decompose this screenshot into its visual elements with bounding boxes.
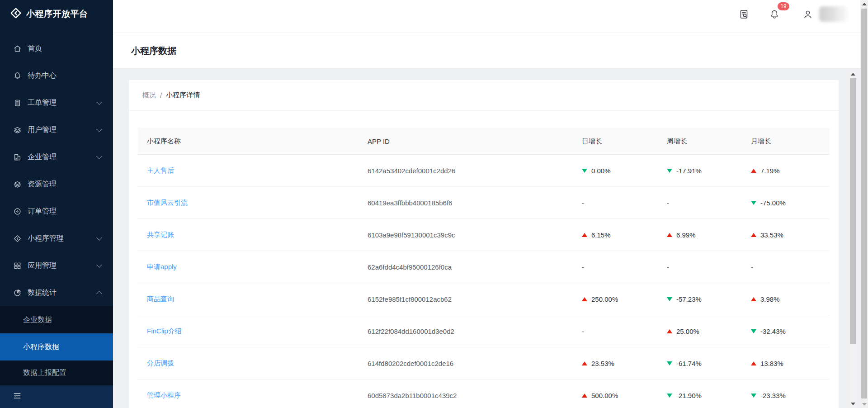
- app-id-cell: 614fd80202cdef0001c2de16: [359, 360, 573, 367]
- miniapp-name-cell: 共享记账: [138, 231, 359, 239]
- day-growth-cell: -: [573, 199, 658, 207]
- week-growth-cell: 6.99%: [658, 231, 742, 239]
- sidebar-item[interactable]: 企业管理: [0, 143, 113, 171]
- app-title: 小程序开放平台: [26, 8, 88, 20]
- column-header-app_id: APP ID: [359, 138, 573, 145]
- miniapp-data-table: 小程序名称APP ID日增长周增长月增长 主人售后6142a53402cdef0…: [138, 128, 830, 408]
- growth-value: 33.53%: [760, 231, 783, 239]
- sidebar-item[interactable]: 待办中心: [0, 62, 113, 89]
- miniapp-name-link[interactable]: 管理小程序: [147, 391, 181, 399]
- miniapp-name-link[interactable]: 商品查询: [147, 295, 174, 303]
- sidebar-item[interactable]: 订单管理: [0, 198, 113, 225]
- table-row: 申请apply62a6fdd4c4bf95000126f0ca---: [138, 251, 830, 283]
- day-growth-cell: 23.53%: [573, 360, 658, 367]
- bell-icon[interactable]: [769, 9, 780, 20]
- breadcrumb: 概况 / 小程序详情: [129, 80, 839, 111]
- scroll-down-arrow-icon[interactable]: [851, 403, 855, 405]
- triangle-down-icon: [667, 361, 672, 365]
- table-row: 商品查询6152fe985f1cf800012acb62250.00%-57.2…: [138, 283, 830, 315]
- month-growth-cell: 13.83%: [742, 360, 830, 367]
- triangle-up-icon: [667, 233, 672, 237]
- column-header-week: 周增长: [658, 137, 742, 146]
- users-layers-icon: [13, 125, 22, 134]
- sidebar-collapse-button[interactable]: [0, 385, 113, 408]
- growth-value: -17.91%: [676, 167, 702, 175]
- content-area: 概况 / 小程序详情 小程序名称APP ID日增长周增长月增长 主人售后6142…: [113, 69, 860, 408]
- month-growth-cell: -: [742, 263, 830, 271]
- orders-icon: [13, 207, 22, 216]
- app-id-cell: 612f22f084dd160001d3e0d2: [359, 327, 573, 335]
- triangle-up-icon: [582, 233, 587, 237]
- user-icon[interactable]: [802, 9, 813, 20]
- page-title: 小程序数据: [131, 45, 176, 57]
- title-bar: 小程序数据: [113, 33, 860, 69]
- sidebar-item-label: 应用管理: [28, 261, 57, 270]
- chevron-down-icon: [96, 235, 102, 241]
- miniapp-name-link[interactable]: 市值风云引流: [147, 199, 188, 206]
- growth-value: 13.83%: [760, 360, 783, 367]
- miniapp-name-link[interactable]: 共享记账: [147, 231, 174, 238]
- miniapp-name-link[interactable]: FinClip介绍: [147, 327, 182, 335]
- growth-value: 3.98%: [760, 295, 780, 303]
- growth-value: 6.99%: [676, 231, 696, 239]
- scroll-up-arrow-icon[interactable]: [851, 73, 855, 76]
- app-logo[interactable]: 小程序开放平台: [0, 0, 88, 28]
- page-scrollbar[interactable]: [860, 0, 868, 408]
- triangle-up-icon: [751, 297, 756, 301]
- column-header-name: 小程序名称: [138, 137, 359, 146]
- miniapp-name-link[interactable]: 分店调拨: [147, 359, 174, 367]
- breadcrumb-current: 小程序详情: [166, 91, 200, 100]
- day-growth-cell: -: [573, 263, 658, 271]
- sidebar-item[interactable]: 工单管理: [0, 89, 113, 116]
- growth-value: 25.00%: [676, 327, 699, 335]
- triangle-down-icon: [667, 169, 672, 173]
- sidebar-nav: 首页待办中心工单管理用户管理企业管理资源管理订单管理小程序管理应用管理数据统计: [0, 35, 113, 306]
- triangle-up-icon: [667, 329, 672, 333]
- triangle-up-icon: [751, 169, 756, 173]
- triangle-down-icon: [751, 394, 756, 398]
- miniapp-name-cell: 分店调拨: [138, 359, 359, 368]
- month-growth-cell: 33.53%: [742, 231, 830, 239]
- app-id-cell: 6103a9e98f59130001c39c9c: [359, 231, 573, 239]
- breadcrumb-overview[interactable]: 概况: [142, 91, 156, 100]
- miniapp-name-link[interactable]: 主人售后: [147, 166, 174, 174]
- no-data-dash: -: [582, 327, 584, 335]
- growth-value: -61.74%: [676, 360, 702, 367]
- sidebar-item[interactable]: 应用管理: [0, 252, 113, 279]
- scroll-down-arrow-icon[interactable]: [862, 403, 867, 406]
- doc-search-icon[interactable]: [739, 9, 750, 20]
- growth-value: -32.43%: [760, 327, 786, 335]
- sidebar-subitem-label: 企业数据: [23, 315, 52, 325]
- content-scrollbar-thumb[interactable]: [850, 78, 856, 344]
- page-scrollbar-thumb[interactable]: [861, 9, 867, 399]
- sidebar-item[interactable]: 数据统计: [0, 279, 113, 306]
- growth-value: 6.15%: [591, 231, 611, 239]
- scroll-up-arrow-icon[interactable]: [862, 3, 867, 5]
- content-scrollbar[interactable]: [849, 70, 857, 408]
- sidebar: 小程序开放平台 首页待办中心工单管理用户管理企业管理资源管理订单管理小程序管理应…: [0, 0, 113, 408]
- miniapp-name-link[interactable]: 申请apply: [147, 263, 177, 270]
- sidebar-item[interactable]: 首页: [0, 35, 113, 62]
- growth-value: 23.53%: [591, 360, 614, 367]
- user-name-blurred[interactable]: [819, 6, 847, 22]
- chevron-up-icon: [96, 291, 102, 297]
- sidebar-subitem[interactable]: 小程序数据: [0, 333, 113, 361]
- growth-value: 0.00%: [591, 167, 611, 175]
- sidebar-subitem-label: 小程序数据: [23, 342, 59, 352]
- sidebar-subitem[interactable]: 数据上报配置: [0, 361, 113, 385]
- triangle-up-icon: [582, 297, 587, 301]
- sidebar-item[interactable]: 资源管理: [0, 171, 113, 198]
- sidebar-submenu: 企业数据小程序数据数据上报配置: [0, 306, 113, 385]
- week-growth-cell: -: [658, 263, 742, 271]
- app-id-value: 60419ea3ffbbb4000185b6f6: [368, 199, 452, 207]
- sidebar-subitem[interactable]: 企业数据: [0, 306, 113, 333]
- no-data-dash: -: [582, 263, 584, 271]
- month-growth-cell: 7.19%: [742, 167, 830, 175]
- triangle-down-icon: [751, 329, 756, 333]
- triangle-up-icon: [582, 394, 587, 398]
- app-id-cell: 6142a53402cdef0001c2dd26: [359, 167, 573, 175]
- menu-fold-icon: [13, 391, 22, 402]
- sidebar-item[interactable]: 用户管理: [0, 116, 113, 143]
- apps-grid-icon: [13, 261, 22, 270]
- sidebar-item[interactable]: 小程序管理: [0, 225, 113, 252]
